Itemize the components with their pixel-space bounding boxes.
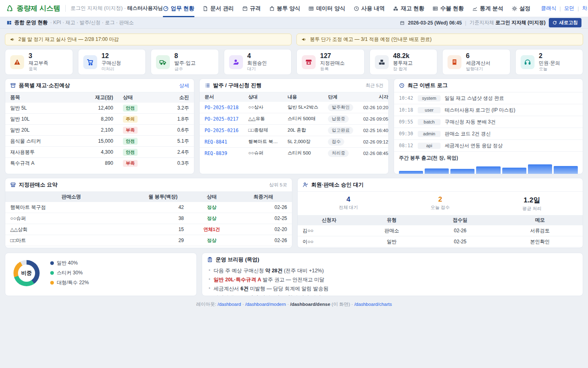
nav-tab-docs[interactable]: 문서 관리	[203, 0, 234, 17]
store-status: 정상	[207, 205, 216, 210]
table-row: PO-2025-0218○○상사일반 5L×2박스발주확인02-26 10:20	[200, 102, 389, 113]
bar-목	[476, 164, 500, 174]
stage-badge: 접수	[328, 138, 344, 146]
kpi-card-tax-invoice: 6세금계산서발행대기	[442, 49, 510, 75]
top-navbar: 종량제 시스템 로그인 지자체 (미지정) · 테스터사용자님 업무 현황 문서…	[0, 0, 588, 17]
stores-panel: 지정판매소 요약 상위 5곳 판매소명 월 봉투(백장) 상태 최종거래 행복마…	[5, 178, 292, 248]
store-status: 연체1건	[203, 227, 220, 232]
app-title: 종량제 시스템	[17, 4, 60, 13]
bar-화	[425, 164, 449, 174]
kpi-card-stores: 127지정판매소등록	[296, 49, 365, 75]
panel-title: 최근 이벤트 로그	[408, 82, 448, 89]
inventory-panel: 품목별 재고·소진예상 상세 품목 재고(장) 상태 소진 일반 5L12,40…	[5, 79, 194, 174]
table-row: 일반 5L12,400안전3.2주	[5, 103, 194, 114]
bar-월	[399, 164, 423, 174]
share-donut: 비중	[13, 260, 40, 286]
bottom-panels: 비중 일반 40% 스티커 30% 대형/특수 22% 운영 브리핑 (목업) …	[5, 253, 583, 296]
panel-title: 운영 브리핑 (목업)	[216, 256, 259, 263]
doc-link[interactable]: PO-2025-0218	[205, 105, 238, 110]
weekly-chart-box: 주간 봉투 출고(천 장, 목업) 월화수목금토일	[394, 151, 583, 174]
doc-link[interactable]: PO-2025-0217	[205, 116, 238, 122]
table-row: REQ-8841행복마트 북…5L 2,000장접수02-26 09:12	[200, 136, 389, 148]
log-row: 09:55batch구매신청 자동 분배 3건	[394, 116, 583, 128]
orders-panel: 발주 / 구매신청 진행 최근 5건 문서상대내용단계시각 PO-2025-02…	[199, 79, 389, 174]
store-status: 정상	[207, 238, 216, 243]
archive-icon	[10, 83, 16, 88]
person-icon	[229, 55, 243, 69]
notice-banner-2: 봉투 단가 조정 예고 — 3/1 적용 예정 (안내문 배포 완료)	[296, 34, 583, 45]
dashboard-grid-icon	[7, 20, 12, 25]
layout-link-charts[interactable]: /dashboard/charts	[354, 302, 392, 307]
warning-icon	[10, 55, 24, 69]
approval-stats: 4전체 대기 2오늘 접수 1.2일평균 처리	[298, 192, 583, 215]
table-grid-icon	[308, 6, 314, 11]
table-row: ◇◇할인점51정상02-26	[5, 246, 292, 249]
top-count-badge: 상위 5곳	[269, 182, 287, 188]
table-row: 김○○판매소02-26서류검토	[298, 225, 583, 236]
store-status: 정상	[207, 216, 216, 221]
layout-footer: 레이아웃: /dashboard · /dashboard/modern · /…	[5, 301, 583, 307]
nav-tab-ledger[interactable]: 수불 현황	[432, 0, 464, 17]
kpi-card-inbound: 8발주·입고금주	[151, 49, 219, 75]
ledger-icon	[432, 6, 438, 11]
view-link-chart[interactable]: 차트	[582, 5, 588, 12]
layout-link-dashboard[interactable]: /dashboard	[218, 302, 241, 307]
log-tag: api	[418, 143, 441, 149]
person-check-icon	[303, 182, 308, 188]
donut-legend: 일반 40% 스티커 30% 대형/특수 22%	[50, 260, 89, 286]
briefing-panel: 운영 브리핑 (목업) 다음 주 예상 구매신청 약 28건 (전주 대비 +1…	[202, 253, 583, 296]
layout-link-modern[interactable]: /dashboard/modern	[245, 302, 286, 307]
nav-tab-usage[interactable]: 사용 내역	[354, 0, 385, 17]
table-row: 박○○판매소02-25주소불일치	[298, 247, 583, 249]
table-row: ○○슈퍼38정상02-25	[5, 213, 292, 224]
page-title: 종합 운영 현황	[14, 19, 48, 26]
orders-table: 문서상대내용단계시각 PO-2025-0218○○상사일반 5L×2박스발주확인…	[200, 92, 389, 159]
nav-tab-inventory[interactable]: 재고 현황	[393, 0, 424, 17]
table-row: □□마트29정상02-26	[5, 235, 292, 246]
clock-history-icon	[399, 83, 405, 88]
nav-tab-spec[interactable]: 규격	[242, 0, 261, 17]
doc-link[interactable]: REQ-8841	[205, 139, 227, 145]
table-row: 일반 10L8,200주의1.8주	[5, 114, 194, 125]
bar-일	[554, 164, 578, 174]
kpi-card-purchase-requests: 12구매신청미처리	[78, 49, 146, 75]
history-icon	[354, 6, 359, 11]
log-row: 10:42system일일 재고 스냅샷 생성 완료	[394, 92, 583, 104]
nav-tab-stats[interactable]: 통계 분석	[472, 0, 503, 17]
doc-link[interactable]: PO-2025-0216	[205, 128, 238, 133]
main-content: 2월 말 정기 재고 실사 안내 — 2/28 17:00 마감 봉투 단가 조…	[0, 29, 588, 314]
table-row: 재사용봉투4,300안전2.4주	[5, 147, 194, 158]
table-row: 특수규격 A890부족0.3주	[5, 158, 194, 169]
layout-current: /dashboard/dense	[290, 302, 330, 307]
log-row: 09:30admin판매소 코드 2건 갱신	[394, 128, 583, 139]
megaphone-icon	[10, 37, 15, 42]
approvals-panel: 회원·판매소 승인 대기 4전체 대기 2오늘 접수 1.2일평균 처리 신청자…	[297, 178, 583, 248]
headset-icon	[521, 55, 535, 69]
view-link-modern[interactable]: 모던	[564, 5, 575, 12]
chart-title: 주간 봉투 출고(천 장, 목업)	[399, 155, 578, 162]
nav-tab-bag-forms[interactable]: 봉투 양식	[269, 0, 301, 17]
view-link-classic[interactable]: 클래식	[541, 5, 557, 12]
inventory-detail-link[interactable]: 상세	[179, 82, 189, 89]
user-context: 로그인 지자체 (미지정) · 테스터사용자님	[65, 5, 163, 12]
main-nav: 업무 현황 문서 관리 규격 봉투 양식 데이터 양식 사용 내역 재고 현황	[163, 0, 530, 17]
receipt-icon	[448, 55, 461, 69]
nav-tab-data-forms[interactable]: 데이터 양식	[308, 0, 345, 17]
gauge-icon	[163, 6, 169, 11]
status-badge: 안전	[123, 149, 138, 156]
refresh-button[interactable]: 새로고침	[549, 18, 581, 27]
doc-link[interactable]: REQ-8839	[205, 150, 227, 156]
briefing-list: 다음 주 예상 구매신청 약 28건 (전주 대비 +12%) 일반 20L·특…	[202, 264, 583, 296]
calendar-icon	[400, 20, 405, 25]
cart-icon	[83, 55, 97, 69]
nav-tab-settings[interactable]: 설정	[512, 0, 530, 17]
store-icon	[302, 55, 316, 69]
box-icon	[242, 6, 248, 11]
megaphone-icon	[301, 37, 307, 42]
table-row: PO-2025-0216□□종량제20L 혼합입고완료02-25 16:40	[200, 125, 389, 136]
kpi-row: 3재고부족품목 12구매신청미처리 8발주·입고금주 4회원승인대기 127지정…	[5, 49, 583, 75]
nav-tab-status[interactable]: 업무 현황	[163, 0, 194, 17]
lower-panels: 지정판매소 요약 상위 5곳 판매소명 월 봉투(백장) 상태 최종거래 행복마…	[5, 178, 583, 248]
legend-item: 스티커 30%	[50, 269, 89, 276]
legend-item: 일반 40%	[50, 260, 89, 267]
